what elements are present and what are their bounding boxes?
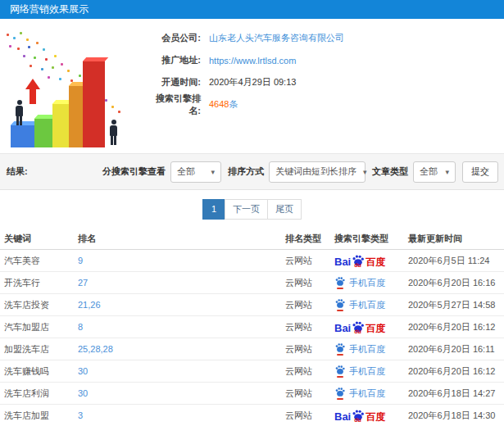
member-info: 会员公司: 山东老人头汽车服务咨询有限公司 推广地址: https://www.… bbox=[145, 27, 344, 116]
mobile-baidu-paw-icon bbox=[334, 387, 346, 400]
keyword-cell: 洗车店投资 bbox=[0, 299, 78, 311]
table-body: 汽车美容 9 云网站 Bai du 百度 bbox=[0, 250, 504, 426]
rank-count: 4648 bbox=[209, 99, 229, 109]
keyword-cell: 洗车赚钱吗 bbox=[0, 365, 78, 378]
keyword-cell: 汽车加盟店 bbox=[0, 321, 78, 333]
col-header-rank-type: 排名类型 bbox=[285, 233, 334, 245]
results-table: 关键词 排名 排名类型 搜索引擎类型 最新更新时间 汽车美容 9 云网站 Bai bbox=[0, 228, 504, 426]
info-row-company: 会员公司: 山东老人头汽车服务咨询有限公司 bbox=[145, 27, 344, 49]
mobile-baidu-paw-icon bbox=[334, 298, 346, 311]
article-type-select[interactable]: 全部 ▾ bbox=[413, 161, 456, 183]
rank-type-cell: 云网站 bbox=[285, 299, 334, 311]
promo-url-label: 推广地址: bbox=[145, 54, 201, 66]
businessman-figure-right bbox=[110, 120, 117, 145]
keyword-cell: 洗车店加盟 bbox=[0, 410, 78, 422]
keyword-cell: 洗车店利润 bbox=[0, 387, 78, 400]
next-page-button[interactable]: 下一页 bbox=[225, 199, 268, 220]
company-link[interactable]: 山东老人头汽车服务咨询有限公司 bbox=[209, 32, 344, 44]
update-time-cell: 2020年6月20日 16:12 bbox=[408, 321, 504, 333]
col-header-rank: 排名 bbox=[78, 233, 285, 245]
table-row: 洗车店加盟 3 云网站 Bai du 百度 bbox=[0, 405, 504, 426]
up-arrow-icon bbox=[25, 79, 40, 104]
table-row: 开洗车行 27 云网站 Bai du 百度 bbox=[0, 272, 504, 294]
engine-type-cell: Bai du 百度 bbox=[334, 342, 408, 356]
rank-cell[interactable]: 30 bbox=[78, 366, 285, 376]
rank-type-cell: 云网站 bbox=[285, 343, 334, 356]
last-page-button[interactable]: 尾页 bbox=[267, 199, 302, 220]
engine-type-cell: Bai du 百度 bbox=[334, 320, 408, 333]
info-row-rank-count: 搜索引擎排名: 4648条 bbox=[145, 93, 344, 116]
rank-unit: 条 bbox=[229, 99, 238, 109]
page-title: 网络营销效果展示 bbox=[10, 3, 89, 15]
sort-filter-select[interactable]: 关键词由短到长排序 ▾ bbox=[269, 161, 366, 183]
engine-rank-value: 4648条 bbox=[209, 98, 238, 111]
chevron-down-icon: ▾ bbox=[445, 168, 449, 176]
baidu-paw-icon: du bbox=[352, 320, 365, 333]
table-header-row: 关键词 排名 排名类型 搜索引擎类型 最新更新时间 bbox=[0, 228, 504, 250]
engine-rank-label: 搜索引擎排名: bbox=[145, 93, 201, 117]
mobile-baidu-logo: 手机百度 bbox=[334, 298, 385, 311]
mobile-baidu-paw-icon bbox=[334, 276, 346, 289]
keyword-cell: 汽车美容 bbox=[0, 255, 78, 267]
update-time-cell: 2020年5月27日 14:58 bbox=[408, 299, 504, 311]
rank-cell[interactable]: 9 bbox=[78, 256, 285, 265]
confetti-dots bbox=[7, 34, 9, 36]
update-time-cell: 2020年6月20日 16:11 bbox=[408, 343, 504, 356]
pagination: 1 下一页 尾页 bbox=[202, 199, 302, 220]
bar-red bbox=[83, 61, 105, 147]
hero-section: 会员公司: 山东老人头汽车服务咨询有限公司 推广地址: https://www.… bbox=[0, 19, 504, 154]
chevron-down-icon: ▾ bbox=[363, 168, 367, 176]
engine-type-cell: Bai du 百度 bbox=[334, 254, 408, 267]
rank-type-cell: 云网站 bbox=[285, 410, 334, 422]
col-header-update-time: 最新更新时间 bbox=[408, 233, 504, 245]
rank-type-cell: 云网站 bbox=[285, 277, 334, 289]
rank-cell[interactable]: 3 bbox=[78, 410, 285, 420]
engine-type-cell: Bai du 百度 bbox=[334, 276, 408, 289]
rank-cell[interactable]: 27 bbox=[78, 278, 285, 288]
filter-group: 分搜索引擎查看 全部 ▾ 排序方式 关键词由短到长排序 ▾ 文章类型 全部 ▾ … bbox=[96, 161, 498, 183]
growth-chart-illustration bbox=[0, 29, 152, 152]
keyword-cell: 开洗车行 bbox=[0, 277, 78, 289]
engine-filter-select[interactable]: 全部 ▾ bbox=[170, 161, 221, 183]
engine-filter-label: 分搜索引擎查看 bbox=[102, 165, 166, 178]
rank-cell[interactable]: 21,26 bbox=[78, 300, 285, 310]
article-type-label: 文章类型 bbox=[372, 165, 408, 178]
submit-button[interactable]: 提交 bbox=[462, 161, 498, 183]
update-time-cell: 2020年6月18日 14:27 bbox=[408, 387, 504, 400]
open-time-value: 2020年4月29日 09:13 bbox=[209, 76, 296, 88]
engine-type-cell: Bai du 百度 bbox=[334, 409, 408, 422]
table-row: 汽车加盟店 8 云网站 Bai du 百度 bbox=[0, 316, 504, 338]
baidu-logo: Bai du 百度 bbox=[334, 254, 385, 267]
update-time-cell: 2020年6月20日 16:12 bbox=[408, 365, 504, 378]
update-time-cell: 2020年6月20日 16:16 bbox=[408, 277, 504, 289]
open-time-label: 开通时间: bbox=[145, 76, 201, 88]
engine-type-cell: Bai du 百度 bbox=[334, 365, 408, 378]
baidu-logo: Bai du 百度 bbox=[334, 409, 385, 422]
mobile-baidu-paw-icon bbox=[334, 365, 346, 378]
col-header-keyword: 关键词 bbox=[0, 233, 78, 245]
businessman-figure-left bbox=[16, 100, 23, 125]
result-label: 结果: bbox=[7, 165, 28, 178]
table-row: 洗车店投资 21,26 云网站 Bai du 百度 bbox=[0, 294, 504, 316]
rank-cell[interactable]: 25,28,28 bbox=[78, 344, 285, 354]
filter-bar: 结果: 分搜索引擎查看 全部 ▾ 排序方式 关键词由短到长排序 ▾ 文章类型 全… bbox=[0, 154, 504, 190]
promo-url-link[interactable]: https://www.lrtlsd.com bbox=[209, 56, 296, 66]
sort-filter-label: 排序方式 bbox=[228, 165, 264, 178]
table-row: 洗车赚钱吗 30 云网站 Bai du 百度 bbox=[0, 360, 504, 383]
rank-type-cell: 云网站 bbox=[285, 387, 334, 400]
rank-cell[interactable]: 8 bbox=[78, 322, 285, 332]
table-row: 加盟洗车店 25,28,28 云网站 Bai du 百度 bbox=[0, 338, 504, 360]
pagination-band: 1 下一页 尾页 bbox=[0, 190, 504, 228]
page-number-current[interactable]: 1 bbox=[202, 199, 225, 220]
mobile-baidu-logo: 手机百度 bbox=[334, 365, 385, 378]
rank-type-cell: 云网站 bbox=[285, 255, 334, 267]
col-header-engine-type: 搜索引擎类型 bbox=[334, 233, 408, 245]
info-row-open-time: 开通时间: 2020年4月29日 09:13 bbox=[145, 71, 344, 93]
engine-type-cell: Bai du 百度 bbox=[334, 387, 408, 400]
baidu-paw-icon: du bbox=[352, 254, 365, 267]
update-time-cell: 2020年6月5日 11:24 bbox=[408, 255, 504, 267]
info-row-url: 推广地址: https://www.lrtlsd.com bbox=[145, 49, 344, 71]
baidu-paw-icon: du bbox=[352, 409, 365, 422]
rank-cell[interactable]: 30 bbox=[78, 388, 285, 398]
engine-type-cell: Bai du 百度 bbox=[334, 298, 408, 311]
